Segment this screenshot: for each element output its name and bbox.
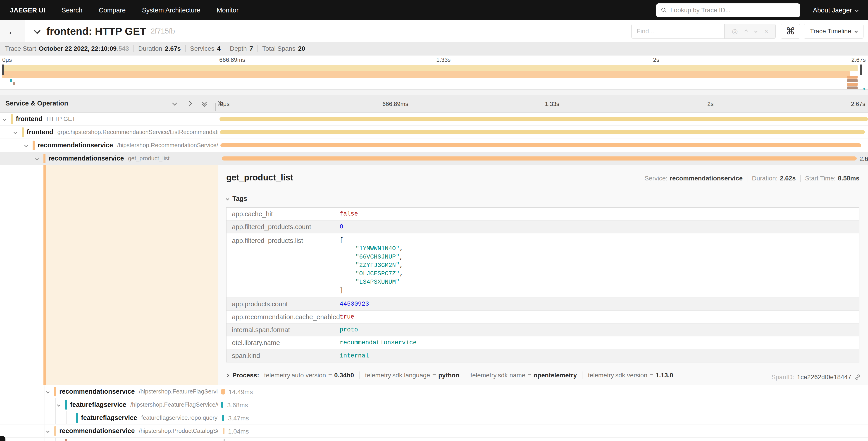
span-bar[interactable] xyxy=(220,143,861,147)
duration-value: 2.62s xyxy=(780,175,796,182)
span-service: frontend xyxy=(16,115,42,123)
tag-value: 8 xyxy=(340,224,343,230)
tags-section-toggle[interactable]: Tags xyxy=(226,195,859,202)
nav-item-search[interactable]: Search xyxy=(62,6,82,14)
span-id-label: SpanID: xyxy=(771,374,794,381)
span-row-selected[interactable]: recommendationserviceget_product_list 2.… xyxy=(0,152,868,165)
span-collapse-icon[interactable] xyxy=(58,403,60,407)
top-nav: JAEGER UI Search Compare System Architec… xyxy=(0,0,868,20)
chevron-down-icon xyxy=(855,8,859,12)
minimap-right-scrubber-handle[interactable] xyxy=(860,64,862,75)
trace-minimap[interactable]: 0μs 666.89ms 1.33s 2s 2.67s xyxy=(0,56,868,89)
span-row[interactable]: frontendgrpc.hipstershop.RecommendationS… xyxy=(0,126,868,139)
about-jaeger-menu[interactable]: About Jaeger xyxy=(813,6,858,14)
span-detail-panel: get_product_list Service: recommendation… xyxy=(218,165,868,385)
span-detail-title: get_product_list xyxy=(226,173,293,182)
find-next-icon[interactable] xyxy=(754,29,758,33)
span-row[interactable]: recommendationservice/hipstershop.Produc… xyxy=(0,424,868,438)
span-tree-cell[interactable]: recommendationservice/hipstershop.Produc… xyxy=(0,424,218,437)
span-row[interactable]: featureflagservicefeatureflagservice.rep… xyxy=(0,411,868,424)
span-tree-cell[interactable]: recommendationserviceget_product_list xyxy=(0,152,218,165)
timeline-tick: 2s xyxy=(707,100,713,108)
tag-key: app.cache_hit xyxy=(226,210,340,218)
span-row[interactable]: recommendationservice/hipstershop.Recomm… xyxy=(0,139,868,152)
jaeger-logo[interactable]: JAEGER UI xyxy=(10,6,45,14)
span-bar[interactable] xyxy=(221,389,225,394)
span-row[interactable]: featureflagservice/hipstershop.FeatureFl… xyxy=(0,398,868,411)
span-timeline-cell[interactable]: 3.68ms xyxy=(218,398,868,411)
span-timeline-cell[interactable]: 14.49ms xyxy=(218,385,868,398)
section-gap xyxy=(0,89,868,95)
collapse-one-icon[interactable] xyxy=(172,100,178,107)
span-operation: /hipstershop.RecommendationService/Lis..… xyxy=(117,142,218,149)
keyboard-shortcuts-button[interactable]: ⌘ xyxy=(781,24,800,39)
process-key: telemetry.auto.version xyxy=(264,372,326,379)
nav-item-system-architecture[interactable]: System Architecture xyxy=(142,6,200,14)
collapse-all-icon[interactable] xyxy=(202,100,208,107)
selected-span-tint xyxy=(46,165,218,385)
span-row-partial[interactable] xyxy=(0,438,868,441)
span-collapse-icon[interactable] xyxy=(3,117,6,121)
minimap-canvas[interactable] xyxy=(0,64,868,89)
process-section-toggle[interactable]: Process: telemetry.auto.version=0.34b0 t… xyxy=(226,372,859,379)
service-color-strip xyxy=(76,413,78,423)
span-row[interactable]: frontendHTTP GET xyxy=(0,113,868,126)
span-timeline-cell[interactable] xyxy=(218,113,868,125)
span-timeline-cell[interactable]: 1.04ms xyxy=(218,424,868,437)
span-tree-cell[interactable]: frontendgrpc.hipstershop.RecommendationS… xyxy=(0,126,218,139)
span-bar[interactable] xyxy=(220,130,865,134)
divider xyxy=(800,175,801,182)
minimap-span-mark xyxy=(847,79,858,82)
trace-collapse-toggle[interactable] xyxy=(35,28,40,34)
span-bar[interactable] xyxy=(222,156,857,160)
span-bar[interactable] xyxy=(222,415,224,421)
span-tree-cell[interactable]: featureflagservicefeatureflagservice.rep… xyxy=(0,411,218,424)
chevron-down-icon xyxy=(855,29,858,33)
trace-view-selector[interactable]: Trace Timeline xyxy=(804,24,864,39)
span-service: featureflagservice xyxy=(81,414,137,421)
span-collapse-icon[interactable] xyxy=(25,144,27,148)
span-duration-label: 3.47ms xyxy=(228,415,249,422)
minimap-span-mark xyxy=(10,79,12,82)
span-timeline-cell[interactable] xyxy=(218,126,868,139)
span-tree-cell[interactable]: featureflagservice/hipstershop.FeatureFl… xyxy=(0,398,218,411)
command-icon: ⌘ xyxy=(786,26,795,37)
minimap-left-scrubber-handle[interactable] xyxy=(2,64,4,75)
back-button[interactable]: ← xyxy=(0,20,25,42)
span-collapse-icon[interactable] xyxy=(46,429,49,433)
minimap-tick: 0μs xyxy=(2,56,12,63)
span-row[interactable]: recommendationservice/hipstershop.Featur… xyxy=(0,385,868,398)
expand-one-icon[interactable] xyxy=(186,100,193,107)
span-tree-cell[interactable] xyxy=(0,438,218,441)
trace-header: ← frontend: HTTP GET 2f715fb Find... ◎ ×… xyxy=(0,20,868,42)
service-color-strip xyxy=(33,141,35,150)
find-input[interactable]: Find... xyxy=(631,24,724,39)
span-tree-cell[interactable]: recommendationservice/hipstershop.Featur… xyxy=(0,385,218,398)
service-color-strip xyxy=(65,439,67,441)
find-prev-icon[interactable] xyxy=(744,29,748,33)
list-bracket: ] xyxy=(340,286,403,295)
span-bar[interactable] xyxy=(221,402,223,408)
span-bar[interactable] xyxy=(223,439,225,441)
span-tree-cell[interactable]: recommendationservice/hipstershop.Recomm… xyxy=(0,139,218,152)
span-collapse-icon[interactable] xyxy=(36,157,38,161)
minimap-span-mark xyxy=(847,86,858,89)
nav-item-monitor[interactable]: Monitor xyxy=(217,6,239,14)
tags-header: Tags xyxy=(232,195,247,202)
span-collapse-icon[interactable] xyxy=(14,130,17,135)
link-icon[interactable] xyxy=(854,374,861,381)
span-timeline-cell[interactable]: 2.62s xyxy=(218,152,868,165)
span-tree-cell[interactable]: frontendHTTP GET xyxy=(0,113,218,125)
span-bar[interactable] xyxy=(219,117,868,121)
find-clear-icon[interactable]: × xyxy=(764,27,769,35)
nav-item-compare[interactable]: Compare xyxy=(99,6,126,14)
trace-id-lookup-input[interactable]: Lookup by Trace ID... xyxy=(656,3,800,17)
column-resize-handle[interactable] xyxy=(214,103,216,111)
span-collapse-icon[interactable] xyxy=(46,390,49,394)
find-reset-icon[interactable]: ◎ xyxy=(732,27,738,35)
span-timeline-cell[interactable] xyxy=(218,139,868,152)
span-timeline-cell[interactable] xyxy=(218,438,868,441)
tag-row: internal.span.format proto xyxy=(226,324,859,336)
span-bar[interactable] xyxy=(223,428,224,434)
span-timeline-cell[interactable]: 3.47ms xyxy=(218,411,868,424)
